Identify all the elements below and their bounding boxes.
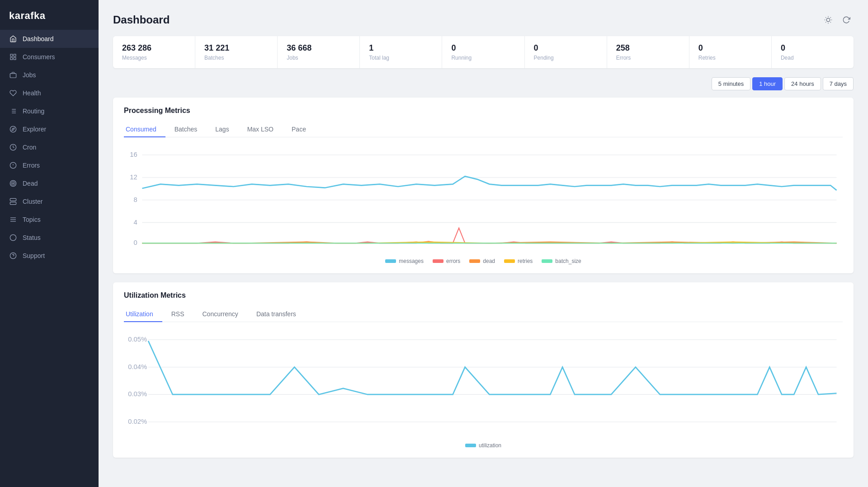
stat-retries: 0 Retries bbox=[689, 36, 772, 68]
svg-point-27 bbox=[10, 234, 16, 240]
processing-tab-pace[interactable]: Pace bbox=[283, 122, 315, 137]
stat-value: 0 bbox=[698, 43, 762, 53]
stat-pending: 0 Pending bbox=[525, 36, 607, 68]
stat-label: Dead bbox=[781, 55, 844, 61]
grid-icon bbox=[9, 53, 17, 61]
svg-text:0: 0 bbox=[133, 239, 137, 246]
sidebar-item-jobs[interactable]: Jobs bbox=[0, 66, 99, 84]
time-filter-5-minutes[interactable]: 5 minutes bbox=[712, 77, 750, 90]
utilization-chart-legend: utilization bbox=[124, 442, 843, 449]
sidebar-item-support[interactable]: Support bbox=[0, 247, 99, 265]
refresh-button[interactable] bbox=[839, 13, 854, 27]
legend-retries: retries bbox=[504, 258, 533, 264]
sidebar-item-routing[interactable]: Routing bbox=[0, 102, 99, 120]
heart-icon bbox=[9, 89, 17, 97]
sidebar-item-label: Jobs bbox=[23, 71, 36, 79]
compass-icon bbox=[9, 125, 17, 133]
legend-label: utilization bbox=[479, 442, 501, 449]
processing-tab-consumed[interactable]: Consumed bbox=[124, 122, 165, 137]
svg-point-18 bbox=[11, 182, 15, 185]
utilization-chart: 0.05% 0.04% 0.03% 0.02% bbox=[124, 328, 843, 437]
svg-text:0.02%: 0.02% bbox=[128, 417, 147, 425]
sidebar-item-status[interactable]: Status bbox=[0, 229, 99, 247]
time-filter-7-days[interactable]: 7 days bbox=[823, 77, 854, 90]
main-content: Dashboard bbox=[99, 0, 868, 487]
svg-rect-4 bbox=[10, 74, 16, 78]
header-actions bbox=[821, 13, 854, 27]
sidebar-item-errors[interactable]: Errors bbox=[0, 156, 99, 174]
svg-text:4: 4 bbox=[133, 219, 137, 226]
utilization-tab-rss[interactable]: RSS bbox=[162, 307, 193, 322]
processing-tab-batches[interactable]: Batches bbox=[165, 122, 207, 137]
sidebar-item-cluster[interactable]: Cluster bbox=[0, 192, 99, 211]
legend-label: messages bbox=[399, 258, 424, 264]
sidebar-item-label: Explorer bbox=[23, 126, 46, 133]
sidebar-item-label: Cluster bbox=[23, 198, 42, 205]
svg-text:0.05%: 0.05% bbox=[128, 336, 147, 343]
sidebar-item-topics[interactable]: Topics bbox=[0, 211, 99, 229]
stat-value: 31 221 bbox=[204, 43, 268, 53]
stat-label: Jobs bbox=[287, 55, 350, 61]
svg-line-34 bbox=[830, 22, 831, 23]
stat-messages: 263 286 Messages bbox=[113, 36, 195, 68]
svg-rect-1 bbox=[14, 54, 16, 56]
utilization-tab-concurrency[interactable]: Concurrency bbox=[193, 307, 247, 322]
svg-text:16: 16 bbox=[130, 151, 137, 158]
legend-swatch bbox=[504, 259, 515, 263]
legend-swatch bbox=[433, 259, 443, 263]
stat-total-lag: 1 Total lag bbox=[360, 36, 442, 68]
utilization-metrics-title: Utilization Metrics bbox=[124, 291, 843, 300]
time-filter-1-hour[interactable]: 1 hour bbox=[752, 77, 783, 90]
legend-swatch bbox=[469, 259, 480, 263]
target-icon bbox=[9, 179, 17, 187]
sidebar-item-label: Cron bbox=[23, 144, 36, 151]
svg-point-19 bbox=[13, 183, 14, 184]
legend-messages: messages bbox=[385, 258, 424, 264]
processing-tab-lags[interactable]: Lags bbox=[206, 122, 238, 137]
time-filter-24-hours[interactable]: 24 hours bbox=[784, 77, 821, 90]
time-filter: 5 minutes1 hour24 hours7 days bbox=[113, 77, 854, 90]
svg-text:0.04%: 0.04% bbox=[128, 363, 147, 370]
svg-text:12: 12 bbox=[130, 173, 137, 181]
stat-jobs: 36 668 Jobs bbox=[278, 36, 360, 68]
sidebar-item-label: Status bbox=[23, 234, 41, 241]
utilization-tab-data-transfers[interactable]: Data transfers bbox=[247, 307, 305, 322]
processing-metrics-title: Processing Metrics bbox=[124, 107, 843, 115]
legend-label: retries bbox=[518, 258, 533, 264]
sidebar-item-label: Dead bbox=[23, 180, 38, 187]
svg-point-28 bbox=[10, 253, 16, 258]
svg-point-17 bbox=[10, 180, 16, 186]
theme-toggle-button[interactable] bbox=[821, 13, 835, 27]
legend-label: dead bbox=[483, 258, 495, 264]
menu-icon bbox=[9, 215, 17, 224]
stat-batches: 31 221 Batches bbox=[195, 36, 278, 68]
utilization-metrics-section: Utilization Metrics UtilizationRSSConcur… bbox=[113, 282, 854, 458]
clock-icon bbox=[9, 143, 17, 151]
sidebar-item-health[interactable]: Health bbox=[0, 84, 99, 102]
app-logo: karafka bbox=[0, 0, 99, 30]
sidebar-item-consumers[interactable]: Consumers bbox=[0, 48, 99, 66]
sidebar-item-dead[interactable]: Dead bbox=[0, 174, 99, 192]
utilization-metrics-tabs: UtilizationRSSConcurrencyData transfers bbox=[124, 307, 843, 322]
svg-line-37 bbox=[826, 22, 826, 23]
sidebar: karafka Dashboard Consumers Jobs Health … bbox=[0, 0, 99, 487]
svg-text:0.03%: 0.03% bbox=[128, 390, 147, 398]
help-icon bbox=[9, 252, 17, 260]
stat-label: Messages bbox=[122, 55, 186, 61]
stat-value: 0 bbox=[451, 43, 515, 53]
server-icon bbox=[9, 197, 17, 206]
sidebar-item-explorer[interactable]: Explorer bbox=[0, 120, 99, 138]
svg-text:8: 8 bbox=[133, 196, 137, 203]
legend-batch_size: batch_size bbox=[542, 258, 581, 264]
sidebar-item-cron[interactable]: Cron bbox=[0, 138, 99, 156]
processing-tab-max lso[interactable]: Max LSO bbox=[238, 122, 283, 137]
alert-icon bbox=[9, 161, 17, 169]
stat-label: Retries bbox=[698, 55, 762, 61]
svg-rect-21 bbox=[10, 202, 16, 204]
utilization-tab-utilization[interactable]: Utilization bbox=[124, 307, 162, 322]
legend-swatch bbox=[385, 259, 396, 263]
processing-metrics-tabs: ConsumedBatchesLagsMax LSOPace bbox=[124, 122, 843, 137]
processing-chart-container: 16 12 8 4 0 messageserrorsdeadretriesbat… bbox=[124, 143, 843, 264]
sidebar-item-dashboard[interactable]: Dashboard bbox=[0, 30, 99, 48]
stat-value: 258 bbox=[616, 43, 680, 53]
